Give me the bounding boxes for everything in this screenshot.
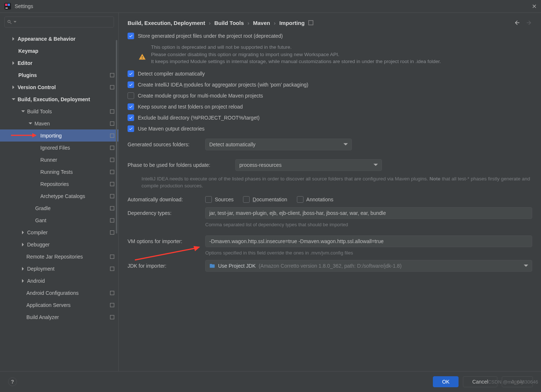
tree-item-maven[interactable]: Maven <box>0 117 118 129</box>
tree-item-label: Maven <box>34 121 110 127</box>
tree-item-editor[interactable]: Editor <box>0 57 118 69</box>
sidebar: Appearance & BehaviorKeymapEditorPlugins… <box>0 13 119 371</box>
tree-item-plugins[interactable]: Plugins <box>0 69 118 81</box>
search-icon <box>7 19 12 25</box>
search-field[interactable] <box>18 19 111 25</box>
phase-label: Phase to be used for folders update: <box>128 162 230 168</box>
search-input[interactable] <box>4 17 114 28</box>
store-label: Store generated project files under the … <box>138 33 283 39</box>
exclude-build-checkbox[interactable] <box>128 114 134 121</box>
project-scope-icon <box>110 145 115 150</box>
breadcrumb-item[interactable]: Maven <box>253 20 270 26</box>
watermark: CSDN @m0_64830646 <box>488 379 538 385</box>
tree-item-repositories[interactable]: Repositories <box>0 178 118 190</box>
breadcrumb-item[interactable]: Build, Execution, Deployment <box>128 20 205 26</box>
tree-item-compiler[interactable]: Compiler <box>0 226 118 238</box>
project-scope-icon <box>110 290 115 296</box>
tree-item-gant[interactable]: Gant <box>0 214 118 226</box>
ok-button[interactable]: OK <box>433 376 459 387</box>
svg-rect-9 <box>110 146 114 149</box>
annotation-arrow-icon <box>135 246 201 261</box>
settings-tree: Appearance & BehaviorKeymapEditorPlugins… <box>0 33 118 323</box>
close-icon[interactable]: ✕ <box>532 3 537 10</box>
svg-rect-15 <box>110 218 114 222</box>
help-button[interactable]: ? <box>8 377 17 386</box>
exclude-build-label: Exclude build directory (%PROJECT_ROOT%/… <box>138 115 260 121</box>
module-groups-checkbox[interactable] <box>128 92 134 99</box>
titlebar: Settings ✕ <box>0 0 541 12</box>
dependency-types-input[interactable]: jar, test-jar, maven-plugin, ejb, ejb-cl… <box>205 207 532 219</box>
tree-item-label: Running Tests <box>40 169 110 175</box>
tree-item-label: Remote Jar Repositories <box>26 254 110 260</box>
tree-item-label: Application Servers <box>26 302 110 308</box>
tree-item-build-execution-deployment[interactable]: Build, Execution, Deployment <box>0 93 118 105</box>
tree-item-android-configurations[interactable]: Android Configurations <box>0 287 118 299</box>
svg-rect-20 <box>110 303 114 307</box>
project-scope-icon <box>110 303 115 308</box>
tree-item-label: Build Tools <box>27 109 110 114</box>
tree-item-label: Debugger <box>27 242 115 248</box>
tree-item-debugger[interactable]: Debugger <box>0 238 118 250</box>
nav-back-icon[interactable] <box>514 19 520 26</box>
svg-rect-21 <box>110 315 114 319</box>
tree-item-version-control[interactable]: Version Control <box>0 81 118 93</box>
annotations-checkbox[interactable] <box>297 196 303 203</box>
chevron-right-icon <box>21 230 26 235</box>
tree-item-importing[interactable]: Importing <box>0 129 118 142</box>
sources-checkbox[interactable] <box>205 196 212 203</box>
tree-item-deployment[interactable]: Deployment <box>0 263 118 275</box>
project-scope-icon <box>308 20 313 25</box>
tree-item-appearance-behavior[interactable]: Appearance & Behavior <box>0 33 118 45</box>
tree-item-ignored-files[interactable]: Ignored Files <box>0 142 118 154</box>
svg-rect-4 <box>110 73 114 77</box>
module-groups-label: Create module groups for multi-module Ma… <box>138 93 263 99</box>
tree-item-build-analyzer[interactable]: Build Analyzer <box>0 311 118 323</box>
project-scope-icon <box>110 157 115 162</box>
project-scope-icon <box>110 121 115 126</box>
project-scope-icon <box>110 73 115 78</box>
maven-output-checkbox[interactable] <box>128 125 134 132</box>
tree-item-runner[interactable]: Runner <box>0 154 118 166</box>
svg-rect-16 <box>110 230 114 234</box>
tree-item-application-servers[interactable]: Application Servers <box>0 299 118 311</box>
deprecation-note: This option is deprecated and will not b… <box>151 44 441 65</box>
svg-rect-19 <box>110 291 114 294</box>
documentation-checkbox[interactable] <box>243 196 250 203</box>
store-checkbox[interactable] <box>128 33 134 39</box>
tree-item-label: Importing <box>40 133 110 139</box>
svg-rect-2 <box>8 4 10 6</box>
tree-item-gradle[interactable]: Gradle <box>0 202 118 214</box>
dialog-footer: ? OK Cancel Apply <box>0 371 541 392</box>
generated-sources-select[interactable]: Detect automatically <box>205 139 352 150</box>
sources-label: Sources <box>215 197 233 202</box>
svg-marker-26 <box>194 246 200 251</box>
jdk-label: JDK for importer: <box>128 263 200 269</box>
project-scope-icon <box>110 315 115 320</box>
detect-compiler-checkbox[interactable] <box>128 70 134 77</box>
chevron-down-icon <box>21 109 26 114</box>
tree-item-running-tests[interactable]: Running Tests <box>0 166 118 178</box>
vm-options-input[interactable]: -Dmaven.wagon.http.ssl.insecure=true -Dm… <box>205 235 532 247</box>
chevron-right-icon <box>21 278 26 283</box>
project-scope-icon <box>110 194 115 199</box>
svg-rect-3 <box>5 8 8 8</box>
project-scope-icon <box>110 85 115 90</box>
tree-item-archetype-catalogs[interactable]: Archetype Catalogs <box>0 190 118 202</box>
tree-item-label: Build Analyzer <box>26 314 110 320</box>
tree-item-android[interactable]: Android <box>0 275 118 287</box>
keep-folders-checkbox[interactable] <box>128 103 134 110</box>
detect-compiler-label: Detect compiler automatically <box>138 71 205 77</box>
scrollbar[interactable] <box>116 40 117 234</box>
project-scope-icon <box>110 169 115 175</box>
tree-item-keymap[interactable]: Keymap <box>0 45 118 57</box>
svg-rect-11 <box>110 170 114 173</box>
tree-item-remote-jar-repositories[interactable]: Remote Jar Repositories <box>0 250 118 263</box>
tree-item-build-tools[interactable]: Build Tools <box>0 105 118 117</box>
phase-select[interactable]: process-resources <box>235 159 382 171</box>
jdk-select[interactable]: Use Project JDK (Amazon Corretto version… <box>205 260 532 272</box>
project-scope-icon <box>110 266 115 271</box>
aggregator-checkbox[interactable] <box>128 81 134 88</box>
tree-item-label: Deployment <box>27 266 110 272</box>
phase-hint: IntelliJ IDEA needs to execute one of th… <box>141 175 532 190</box>
breadcrumb-item[interactable]: Build Tools <box>214 20 244 26</box>
